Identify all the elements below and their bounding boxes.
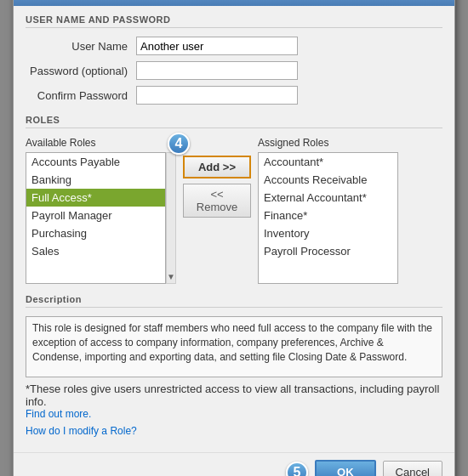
- username-row: User Name: [26, 37, 442, 55]
- password-row: Password (optional): [26, 61, 442, 80]
- password-label: Password (optional): [26, 65, 136, 77]
- roles-section: ROLES Available Roles Accounts Payable B…: [26, 115, 442, 284]
- confirm-password-input[interactable]: [136, 86, 298, 105]
- find-out-more-link[interactable]: Find out more.: [26, 408, 91, 420]
- list-item[interactable]: Finance*: [259, 207, 397, 224]
- ok-badge: 5: [286, 462, 308, 477]
- list-item[interactable]: Payroll Processor: [259, 242, 397, 260]
- edit-user-dialog: Edit User × USER NAME AND PASSWORD User …: [13, 0, 455, 476]
- assigned-roles-listbox[interactable]: Accountant* Accounts Receivable External…: [258, 152, 398, 284]
- list-item[interactable]: External Accountant*: [259, 189, 397, 207]
- cancel-button[interactable]: Cancel: [383, 461, 442, 476]
- roles-buttons: 4 Add >> << Remove: [183, 137, 251, 218]
- description-text: This role is designed for staff members …: [26, 316, 442, 377]
- add-button[interactable]: Add >>: [183, 156, 251, 178]
- list-item[interactable]: Inventory: [259, 224, 397, 242]
- confirm-password-label: Confirm Password: [26, 89, 136, 102]
- add-badge: 4: [168, 133, 190, 155]
- ok-button[interactable]: OK: [315, 460, 376, 476]
- dialog-title: Edit User: [22, 0, 71, 1]
- username-label: User Name: [26, 40, 136, 53]
- roles-note: *These roles give users unrestricted acc…: [26, 382, 442, 420]
- roles-header: ROLES: [26, 115, 442, 128]
- available-roles-listbox[interactable]: Accounts Payable Banking Full Access* Pa…: [26, 152, 166, 284]
- remove-button[interactable]: << Remove: [183, 184, 251, 218]
- how-modify-link[interactable]: How do I modify a Role?: [26, 425, 137, 437]
- available-roles-col: Available Roles Accounts Payable Banking…: [26, 137, 176, 284]
- close-button[interactable]: ×: [439, 0, 446, 1]
- dialog-body: USER NAME AND PASSWORD User Name Passwor…: [14, 6, 454, 449]
- assigned-roles-col: Assigned Roles Accountant* Accounts Rece…: [258, 137, 398, 284]
- roles-columns: Available Roles Accounts Payable Banking…: [26, 137, 442, 284]
- list-item[interactable]: Full Access*: [26, 189, 165, 207]
- assigned-roles-label: Assigned Roles: [258, 137, 398, 149]
- dialog-footer: 5 OK Cancel: [14, 452, 454, 476]
- note-text-content: *These roles give users unrestricted acc…: [26, 382, 439, 408]
- confirm-password-row: Confirm Password: [26, 86, 442, 105]
- username-input[interactable]: [136, 37, 298, 55]
- list-item[interactable]: Accounts Receivable: [259, 171, 397, 189]
- list-item[interactable]: Banking: [26, 171, 165, 189]
- available-roles-label: Available Roles: [26, 137, 176, 149]
- list-item[interactable]: Sales: [26, 242, 165, 260]
- title-bar: Edit User ×: [14, 0, 454, 6]
- description-header: Description: [26, 294, 442, 308]
- list-item[interactable]: Purchasing: [26, 224, 165, 242]
- list-item[interactable]: Accounts Payable: [26, 153, 165, 171]
- user-password-header: USER NAME AND PASSWORD: [26, 14, 442, 28]
- scrollbar[interactable]: ▼: [166, 152, 176, 284]
- list-item[interactable]: Accountant*: [259, 153, 397, 171]
- description-section: Description This role is designed for st…: [26, 294, 442, 437]
- list-item[interactable]: Payroll Manager: [26, 207, 165, 224]
- password-input[interactable]: [136, 61, 298, 80]
